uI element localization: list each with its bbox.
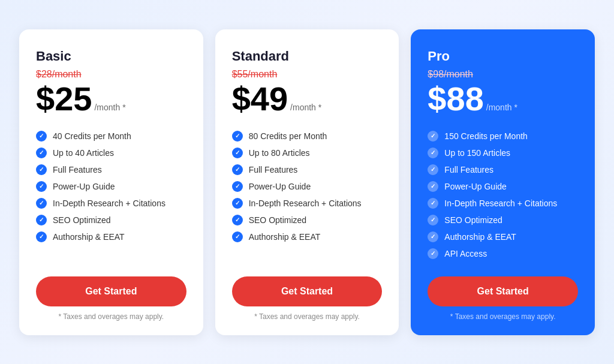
plan-card-pro: Pro $98/month $88 /month * 150 Credits p…	[411, 29, 595, 335]
feature-item-pro-7: API Access	[428, 245, 578, 262]
feature-text-standard-5: SEO Optimized	[249, 215, 306, 225]
check-icon-standard-3	[232, 181, 243, 192]
feature-text-basic-0: 40 Credits per Month	[53, 131, 131, 141]
check-icon-standard-0	[232, 131, 243, 142]
feature-item-pro-6: Authorship & EEAT	[428, 228, 578, 245]
feature-item-standard-6: Authorship & EEAT	[232, 228, 383, 245]
feature-text-standard-2: Full Features	[249, 165, 298, 175]
plan-name-basic: Basic	[36, 49, 186, 64]
tax-note-pro: * Taxes and overages may apply.	[428, 312, 578, 321]
feature-text-standard-0: 80 Credits per Month	[249, 131, 327, 141]
check-icon-pro-2	[428, 164, 438, 175]
features-list-standard: 80 Credits per Month Up to 80 Articles F…	[232, 128, 383, 262]
check-icon-standard-5	[232, 215, 243, 225]
check-icon-pro-4	[428, 198, 438, 209]
feature-text-pro-3: Power-Up Guide	[444, 182, 507, 191]
features-list-pro: 150 Credits per Month Up to 150 Articles…	[428, 128, 578, 262]
feature-item-standard-1: Up to 80 Articles	[232, 145, 383, 161]
check-icon-pro-1	[428, 148, 438, 158]
check-icon-basic-6	[36, 231, 47, 242]
check-icon-standard-2	[232, 164, 243, 175]
feature-text-pro-5: SEO Optimized	[444, 215, 502, 225]
price-amount-standard: $49	[232, 82, 288, 116]
price-suffix-pro: /month *	[486, 103, 517, 112]
feature-text-basic-4: In-Depth Research + Citations	[53, 198, 165, 208]
feature-item-standard-0: 80 Credits per Month	[232, 128, 383, 145]
feature-item-pro-3: Power-Up Guide	[428, 178, 578, 195]
feature-text-basic-5: SEO Optimized	[53, 215, 110, 225]
feature-text-pro-6: Authorship & EEAT	[444, 232, 516, 242]
feature-item-pro-0: 150 Credits per Month	[428, 128, 578, 145]
price-suffix-basic: /month *	[94, 103, 125, 112]
check-icon-standard-1	[232, 148, 243, 158]
feature-item-basic-1: Up to 40 Articles	[36, 145, 186, 161]
feature-text-pro-0: 150 Credits per Month	[444, 131, 528, 141]
tax-note-standard: * Taxes and overages may apply.	[232, 312, 383, 321]
original-price-pro: $98/month	[428, 69, 578, 80]
check-icon-basic-4	[36, 198, 47, 209]
feature-item-pro-5: SEO Optimized	[428, 212, 578, 228]
feature-item-standard-4: In-Depth Research + Citations	[232, 195, 383, 212]
feature-item-pro-2: Full Features	[428, 161, 578, 178]
original-price-basic: $28/month	[36, 69, 186, 80]
check-icon-pro-5	[428, 215, 438, 225]
check-icon-pro-0	[428, 131, 438, 142]
feature-text-pro-4: In-Depth Research + Citations	[444, 198, 557, 208]
check-icon-pro-6	[428, 231, 438, 242]
feature-item-basic-5: SEO Optimized	[36, 212, 186, 228]
feature-item-pro-1: Up to 150 Articles	[428, 145, 578, 161]
feature-item-basic-2: Full Features	[36, 161, 186, 178]
get-started-button-standard[interactable]: Get Started	[232, 276, 383, 306]
plan-name-standard: Standard	[232, 49, 383, 64]
feature-item-basic-0: 40 Credits per Month	[36, 128, 186, 145]
feature-item-standard-5: SEO Optimized	[232, 212, 383, 228]
current-price-standard: $49 /month *	[232, 82, 383, 116]
check-icon-standard-6	[232, 231, 243, 242]
plan-card-standard: Standard $55/month $49 /month * 80 Credi…	[215, 29, 399, 335]
plan-card-basic: Basic $28/month $25 /month * 40 Credits …	[19, 29, 203, 335]
feature-text-pro-1: Up to 150 Articles	[444, 148, 510, 158]
check-icon-basic-1	[36, 148, 47, 158]
feature-text-basic-1: Up to 40 Articles	[53, 148, 114, 158]
feature-text-standard-4: In-Depth Research + Citations	[249, 198, 362, 208]
check-icon-pro-7	[428, 248, 438, 259]
check-icon-basic-3	[36, 181, 47, 192]
current-price-pro: $88 /month *	[428, 82, 578, 116]
current-price-basic: $25 /month *	[36, 82, 186, 116]
feature-item-basic-4: In-Depth Research + Citations	[36, 195, 186, 212]
feature-text-standard-1: Up to 80 Articles	[249, 148, 310, 158]
check-icon-pro-3	[428, 181, 438, 192]
check-icon-basic-5	[36, 215, 47, 225]
feature-item-basic-6: Authorship & EEAT	[36, 228, 186, 245]
feature-text-basic-2: Full Features	[53, 165, 102, 175]
get-started-button-basic[interactable]: Get Started	[36, 276, 186, 306]
feature-text-pro-7: API Access	[444, 249, 487, 258]
feature-text-standard-6: Authorship & EEAT	[249, 232, 321, 242]
plan-name-pro: Pro	[428, 49, 578, 64]
get-started-button-pro[interactable]: Get Started	[428, 276, 578, 306]
feature-item-standard-2: Full Features	[232, 161, 383, 178]
feature-item-pro-4: In-Depth Research + Citations	[428, 195, 578, 212]
feature-text-standard-3: Power-Up Guide	[249, 182, 311, 191]
original-price-standard: $55/month	[232, 69, 383, 80]
price-suffix-standard: /month *	[290, 103, 321, 112]
tax-note-basic: * Taxes and overages may apply.	[36, 312, 186, 321]
feature-item-basic-3: Power-Up Guide	[36, 178, 186, 195]
pricing-container: Basic $28/month $25 /month * 40 Credits …	[19, 29, 595, 335]
feature-item-standard-3: Power-Up Guide	[232, 178, 383, 195]
price-amount-basic: $25	[36, 82, 92, 116]
features-list-basic: 40 Credits per Month Up to 40 Articles F…	[36, 128, 186, 262]
feature-text-basic-3: Power-Up Guide	[53, 182, 115, 191]
check-icon-standard-4	[232, 198, 243, 209]
check-icon-basic-2	[36, 164, 47, 175]
check-icon-basic-0	[36, 131, 47, 142]
feature-text-basic-6: Authorship & EEAT	[53, 232, 125, 242]
price-amount-pro: $88	[428, 82, 483, 116]
feature-text-pro-2: Full Features	[444, 165, 493, 175]
